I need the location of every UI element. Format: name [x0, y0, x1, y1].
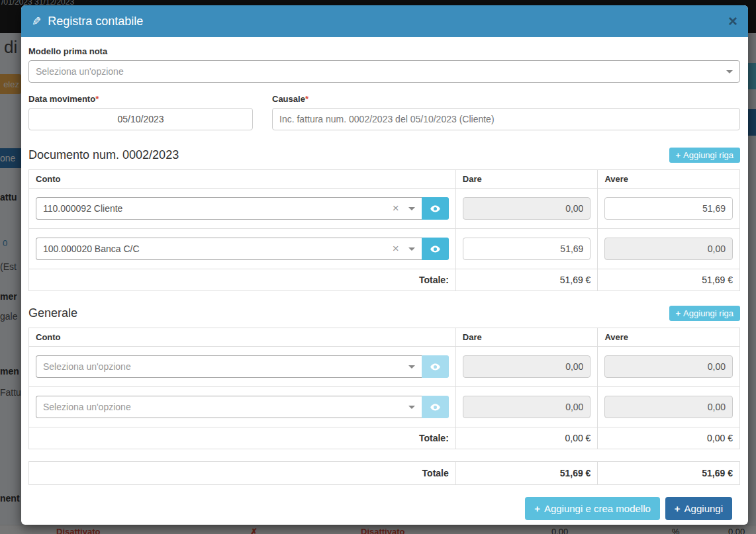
modal-title-text: Registra contabile	[48, 15, 143, 28]
dare-input	[463, 396, 591, 418]
add-and-create-model-button[interactable]: +Aggiungi e crea modello	[525, 497, 660, 520]
view-account-button[interactable]	[422, 238, 449, 260]
avere-input	[604, 355, 733, 378]
col-avere: Avere	[597, 328, 739, 346]
modal-body: Modello prima nota Seleziona un'opzione …	[21, 37, 748, 520]
data-movimento-label: Data movimento	[28, 94, 95, 104]
grand-total-row: Totale 51,69 € 51,69 €	[29, 462, 739, 484]
plus-icon: +	[676, 308, 681, 318]
col-conto: Conto	[29, 170, 455, 188]
col-dare: Dare	[455, 170, 598, 188]
conto-select[interactable]: Seleziona un'opzione	[36, 355, 422, 378]
chevron-down-icon	[408, 247, 415, 251]
col-conto: Conto	[29, 328, 455, 346]
avere-input	[604, 238, 733, 260]
view-account-button	[422, 355, 449, 378]
required-asterisk: *	[305, 94, 308, 104]
eye-icon	[430, 203, 441, 214]
dare-input[interactable]	[463, 238, 591, 260]
table-row: Seleziona un'opzione	[29, 346, 739, 386]
col-dare: Dare	[455, 328, 598, 346]
avere-input	[604, 396, 733, 418]
plus-icon: +	[676, 150, 681, 160]
generale-section-title: Generale	[28, 306, 77, 320]
avere-input[interactable]	[604, 197, 733, 220]
close-icon[interactable]: ×	[728, 13, 737, 29]
clear-icon[interactable]: ×	[393, 242, 399, 255]
data-movimento-input[interactable]	[28, 108, 253, 130]
table-row: Seleziona un'opzione	[29, 386, 739, 427]
modello-select-placeholder: Seleziona un'opzione	[36, 66, 726, 77]
documento-table: Conto Dare Avere 110.000092 Cliente ×	[28, 169, 740, 291]
conto-select[interactable]: 110.000092 Cliente ×	[36, 197, 422, 220]
view-account-button[interactable]	[422, 197, 449, 220]
generale-table: Conto Dare Avere Seleziona un'opzione	[28, 328, 740, 449]
total-label: Totale:	[29, 427, 455, 449]
total-avere: 51,69 €	[597, 269, 739, 290]
plus-icon: +	[675, 503, 681, 514]
registra-contabile-modal: ✎ Registra contabile × Modello prima not…	[21, 5, 748, 525]
col-avere: Avere	[597, 170, 739, 188]
plus-icon: +	[534, 503, 540, 514]
chevron-down-icon	[726, 70, 733, 73]
causale-group: Causale*	[272, 94, 740, 130]
clear-icon[interactable]: ×	[393, 202, 399, 215]
table-header-row: Conto Dare Avere	[29, 328, 739, 346]
section-total-row: Totale: 51,69 € 51,69 €	[29, 269, 739, 290]
dare-input	[463, 355, 591, 378]
total-avere: 0,00 €	[597, 427, 739, 449]
grand-total-avere: 51,69 €	[597, 462, 739, 484]
eye-icon	[430, 361, 441, 373]
pencil-icon: ✎	[32, 15, 41, 28]
view-account-button	[422, 396, 449, 418]
total-dare: 51,69 €	[455, 269, 598, 290]
chevron-down-icon	[408, 365, 415, 369]
total-dare: 0,00 €	[455, 427, 598, 449]
eye-icon	[430, 244, 441, 255]
modello-select[interactable]: Seleziona un'opzione	[28, 60, 740, 83]
table-row: 100.000020 Banca C/C ×	[29, 228, 739, 269]
grand-total-dare: 51,69 €	[455, 462, 598, 484]
documento-section-title: Documento num. 0002/2023	[28, 148, 179, 162]
modal-title: ✎ Registra contabile	[32, 15, 143, 28]
chevron-down-icon	[408, 207, 415, 210]
add-button[interactable]: +Aggiungi	[665, 497, 732, 520]
required-asterisk: *	[95, 94, 99, 104]
total-label: Totale:	[29, 269, 455, 290]
grand-total-label: Totale	[29, 462, 455, 484]
table-header-row: Conto Dare Avere	[29, 170, 739, 188]
add-row-button[interactable]: +Aggiungi riga	[669, 148, 740, 163]
table-row: 110.000092 Cliente ×	[29, 188, 739, 228]
add-row-button[interactable]: +Aggiungi riga	[669, 306, 740, 321]
conto-select[interactable]: Seleziona un'opzione	[36, 396, 422, 418]
grand-total-table: Totale 51,69 € 51,69 €	[28, 461, 740, 485]
eye-icon	[430, 402, 441, 413]
data-movimento-group: Data movimento*	[28, 94, 253, 130]
modello-label: Modello prima nota	[28, 46, 740, 56]
causale-input[interactable]	[272, 108, 740, 130]
causale-label: Causale	[272, 94, 305, 104]
modal-header: ✎ Registra contabile ×	[21, 5, 748, 37]
modal-footer: +Aggiungi e crea modello +Aggiungi	[28, 497, 740, 520]
section-total-row: Totale: 0,00 € 0,00 €	[29, 427, 739, 449]
conto-select[interactable]: 100.000020 Banca C/C ×	[36, 238, 422, 260]
chevron-down-icon	[408, 406, 415, 409]
dare-input	[463, 197, 591, 220]
